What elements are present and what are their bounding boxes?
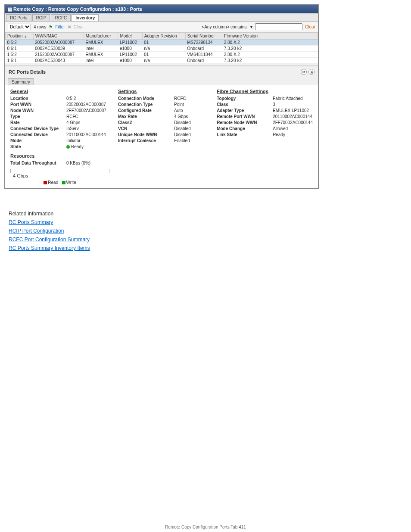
kv-row: Unique Node WWNDisabled xyxy=(118,132,208,138)
cell: 01 xyxy=(142,40,185,46)
col-position[interactable]: Position ▲ xyxy=(6,33,34,40)
kv-val: Disabled xyxy=(174,132,208,138)
table-row[interactable]: 0:5:220520002AC000087EMULEXLP1100201MS72… xyxy=(6,40,318,46)
cell: e1000 xyxy=(118,46,142,52)
kv-val: EMULEX LP11002 xyxy=(273,108,313,114)
details-pane: General Location0:5:2Port WWN20520002AC0… xyxy=(5,85,318,188)
col-model[interactable]: Model xyxy=(118,33,142,40)
clear-icon: ✖ xyxy=(68,25,71,29)
refresh-icon[interactable]: ⟳ xyxy=(301,69,307,75)
title-icon: ▤ xyxy=(8,6,13,12)
kv-val: Auto xyxy=(174,108,208,114)
clear-search-link[interactable]: Clear xyxy=(305,25,315,29)
table-row[interactable]: 1:6:10002AC530043Intele1000n/aOnboard7.3… xyxy=(6,58,318,64)
kv-val: 20520002AC000087 xyxy=(66,102,109,108)
kv-val: Fabric Attached xyxy=(273,96,313,102)
subtab-summary[interactable]: Summary xyxy=(8,78,34,85)
clear-link: Clear xyxy=(74,25,84,29)
cell: LP11002 xyxy=(118,40,142,46)
kv-key: Mode xyxy=(10,138,66,144)
kv-val: Point xyxy=(174,102,208,108)
kv-row: Remote Port WWN20110002AC000144 xyxy=(217,114,313,120)
col-serial[interactable]: Serial Number xyxy=(185,33,222,40)
kv-val: Disabled xyxy=(174,120,208,126)
tab-inventory[interactable]: Inventory xyxy=(72,14,99,21)
title-text: Remote Copy : Remote Copy Configuration … xyxy=(13,6,142,12)
kv-row: Class3 xyxy=(217,102,313,108)
table-row[interactable]: 0:6:10002AC530039Intele1000n/aOnboard7.3… xyxy=(6,46,318,52)
col-fc: Fibre Channel Settings TopologyFabric At… xyxy=(217,89,313,185)
kv-val: Disabled xyxy=(174,126,208,132)
col-settings: Settings Connection ModeRCFCConnection T… xyxy=(118,89,208,185)
cell: 0:5:2 xyxy=(6,40,34,46)
tab-rcfc[interactable]: RCFC xyxy=(51,14,71,21)
table-row[interactable]: 1:5:221520002AC000087EMULEXLP1100201VM64… xyxy=(6,52,318,58)
cell: n/a xyxy=(142,46,185,52)
kv-val: Initiator xyxy=(66,138,109,144)
related-link[interactable]: RCIP Port Configuration xyxy=(9,228,302,234)
col-wwnmac[interactable]: WWN/MAC xyxy=(33,33,84,40)
kv-key: Unique Node WWN xyxy=(118,132,174,138)
related-link[interactable]: RC Ports Summary xyxy=(9,219,302,225)
kv-key: Connection Type xyxy=(118,102,174,108)
kv-row: Remote Node WWN2FF70002AC000144 xyxy=(217,120,313,126)
search-input[interactable] xyxy=(255,23,302,30)
tab-rcports[interactable]: RC Ports xyxy=(6,14,31,21)
top-tabs: RC Ports RCIP RCFC Inventory xyxy=(5,13,318,22)
kv-row: Adapter TypeEMULEX LP11002 xyxy=(217,108,313,114)
kv-key: Mode Change xyxy=(217,126,273,132)
kv-key: Class xyxy=(217,102,273,108)
cell: n/a xyxy=(142,58,185,64)
throughput-row: Total Data Throughput 0 KBps (0%) xyxy=(10,160,109,166)
dropdown-arrow-icon[interactable]: ▾ xyxy=(250,25,252,29)
cell: EMULEX xyxy=(84,40,118,46)
kv-key: Rate xyxy=(10,120,66,126)
tab-rcip[interactable]: RCIP xyxy=(32,14,50,21)
cell: 7.3.20-k2 xyxy=(222,58,266,64)
cell: e1000 xyxy=(118,58,142,64)
col-firmware[interactable]: Firmware Version xyxy=(222,33,266,40)
kv-key: Adapter Type xyxy=(217,108,273,114)
view-select[interactable]: Default xyxy=(8,24,31,30)
cell: Onboard xyxy=(185,58,222,64)
settings-header: Settings xyxy=(118,89,208,94)
kv-key: Connected Device xyxy=(10,132,66,138)
cell: LP11002 xyxy=(118,52,142,58)
kv-val: Allowed xyxy=(273,126,313,132)
kv-val: Ready xyxy=(273,132,313,138)
cell: 1:5:2 xyxy=(6,52,34,58)
resources-header: Resources xyxy=(10,153,109,159)
col-adapter-rev[interactable]: Adapter Revision xyxy=(142,33,185,40)
col-spacer xyxy=(266,33,318,40)
kv-row: Connected Device TypeInServ xyxy=(10,126,109,132)
kv-row: Mode ChangeAllowed xyxy=(217,126,313,132)
kv-row: Location0:5:2 xyxy=(10,96,109,102)
throughput-bar xyxy=(10,169,109,173)
col-manufacturer[interactable]: Manufacturer xyxy=(84,33,118,40)
table-header-row: Position ▲ WWN/MAC Manufacturer Model Ad… xyxy=(6,33,318,40)
related-link[interactable]: RCFC Port Configuration Summary xyxy=(9,236,302,243)
toolbar: Default 4 rows ⚑ Filter ✖ Clear <Any col… xyxy=(5,22,318,32)
kv-row: TypeRCFC xyxy=(10,114,109,120)
kv-val: 2FF70002AC000144 xyxy=(273,120,313,126)
filter-link[interactable]: Filter xyxy=(55,25,65,29)
kv-row: Connected Device20110002AC000144 xyxy=(10,132,109,138)
throughput-bar-row: 4 Gbps xyxy=(10,168,109,178)
kv-row: ModeInitiator xyxy=(10,138,109,144)
kv-val: Enabled xyxy=(174,138,208,144)
kv-val: 3 xyxy=(273,102,313,108)
kv-key: Topology xyxy=(217,96,273,102)
kv-key: Remote Port WWN xyxy=(217,114,273,120)
details-title: RC Ports Details xyxy=(9,69,46,75)
status-dot-icon xyxy=(66,145,70,149)
throughput-label: Total Data Throughput xyxy=(10,160,66,166)
cell: EMULEX xyxy=(84,52,118,58)
app-window: ▤ Remote Copy : Remote Copy Configuratio… xyxy=(4,4,319,189)
expand-icon[interactable]: ⇲ xyxy=(308,69,314,75)
related-link[interactable]: RC Ports Summary Inventory Items xyxy=(9,245,302,251)
throughput-scale: 4 Gbps xyxy=(13,173,28,178)
kv-val: RCFC xyxy=(174,96,208,102)
kv-val: 20110002AC000144 xyxy=(66,132,109,138)
sort-asc-icon: ▲ xyxy=(24,34,27,38)
kv-row: VCNDisabled xyxy=(118,126,208,132)
